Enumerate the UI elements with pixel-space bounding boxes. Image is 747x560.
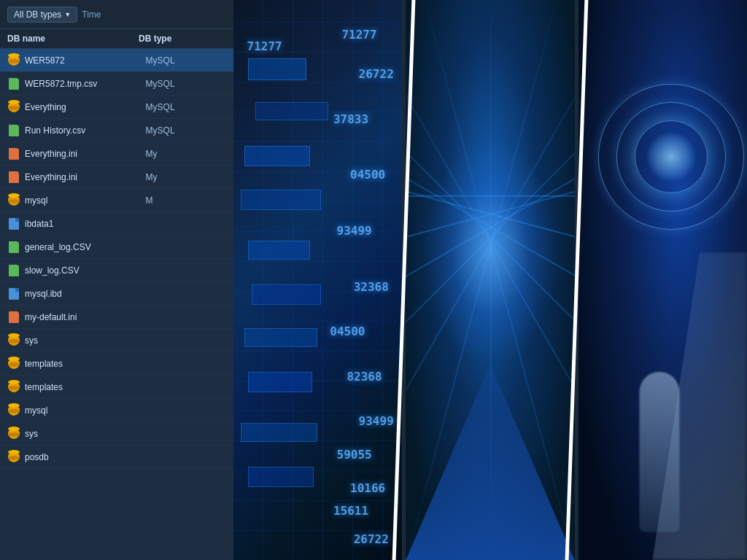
row-db-type: M <box>146 195 226 206</box>
row-db-name: general_log.CSV <box>25 242 146 252</box>
data-block-6 <box>252 284 321 305</box>
row-db-name: sys <box>25 429 146 439</box>
db-icon <box>7 54 20 67</box>
db-icon <box>7 101 20 114</box>
table-row[interactable]: slow_log.CSV <box>0 259 233 282</box>
table-row[interactable]: EverythingMySQL <box>0 96 233 119</box>
data-number: 26722 <box>354 532 389 546</box>
touch-image <box>578 0 747 560</box>
tunnel-image <box>406 0 574 560</box>
data-number: 04500 <box>350 168 385 182</box>
row-db-name: mysql.ibd <box>25 289 146 299</box>
row-db-name: WER5872.tmp.csv <box>25 79 146 89</box>
data-block-9 <box>241 423 317 442</box>
row-db-type: MySQL <box>146 102 226 112</box>
data-number: 37833 <box>333 112 368 126</box>
csv-icon <box>7 77 20 90</box>
table-row[interactable]: mysql <box>0 399 233 422</box>
toolbar: All DB types ▼ Time <box>0 0 233 29</box>
table-header: DB name DB type <box>0 29 233 49</box>
db-filter-dropdown[interactable]: All DB types ▼ <box>7 7 77 23</box>
row-db-type: MySQL <box>146 125 226 136</box>
data-number: 71277 <box>341 28 376 42</box>
file-icon <box>7 287 20 300</box>
data-block-4 <box>241 190 321 210</box>
ini-icon <box>7 311 20 324</box>
row-db-name: sys <box>25 335 146 346</box>
data-number: 59055 <box>337 448 372 462</box>
csv-icon <box>7 241 20 254</box>
data-number: 15611 <box>333 504 368 518</box>
table-row[interactable]: Everything.iniMy <box>0 166 233 189</box>
table-row[interactable]: mysql.ibd <box>0 282 233 306</box>
table-row[interactable]: general_log.CSV <box>0 236 233 259</box>
db-icon <box>7 404 20 417</box>
data-number: 71277 <box>247 39 282 53</box>
left-panel: All DB types ▼ Time DB name DB type WER5… <box>0 0 233 560</box>
right-panel: 7127726722378330450093499323680450082368… <box>233 0 747 560</box>
table-row[interactable]: templates <box>0 376 233 399</box>
table-row[interactable]: templates <box>0 352 233 376</box>
table-row[interactable]: Everything.iniMy <box>0 142 233 166</box>
row-db-name: Everything.ini <box>25 149 146 159</box>
table-row[interactable]: sys <box>0 422 233 446</box>
db-icon <box>7 381 20 394</box>
data-block-2 <box>255 102 328 120</box>
row-db-name: my-default.ini <box>25 312 146 322</box>
row-db-name: templates <box>25 382 146 392</box>
data-block-5 <box>248 241 310 260</box>
row-db-name: mysql <box>25 195 146 206</box>
row-db-type: My <box>146 172 226 182</box>
row-db-name: Everything <box>25 102 146 112</box>
time-filter-label: Time <box>82 9 101 20</box>
table-row[interactable]: ibdata1 <box>0 212 233 236</box>
csv-icon <box>7 124 20 137</box>
col-dbtype-header: DB type <box>139 34 226 44</box>
data-number: 82368 <box>347 370 382 384</box>
row-db-name: WER5872 <box>25 55 146 66</box>
data-number: 32368 <box>354 280 389 294</box>
ini-icon <box>7 171 20 184</box>
data-number: 93499 <box>337 224 372 238</box>
data-number: 93499 <box>359 414 394 428</box>
db-table-body[interactable]: WER5872MySQLWER5872.tmp.csvMySQLEverythi… <box>0 49 233 560</box>
table-row[interactable]: posdb <box>0 446 233 469</box>
row-db-name: Run History.csv <box>25 125 146 136</box>
table-row[interactable]: WER5872.tmp.csvMySQL <box>0 72 233 96</box>
col-dbname-header: DB name <box>7 34 139 44</box>
data-block-8 <box>248 372 312 392</box>
table-row[interactable]: sys <box>0 329 233 352</box>
data-block-7 <box>244 328 317 347</box>
tunnel-glow <box>422 140 557 364</box>
data-block-3 <box>244 146 310 166</box>
ini-icon <box>7 147 20 160</box>
table-row[interactable]: WER5872MySQL <box>0 49 233 72</box>
row-db-type: MySQL <box>146 79 226 89</box>
row-db-name: Everything.ini <box>25 172 146 182</box>
row-db-type: My <box>146 149 226 159</box>
data-number: 10166 <box>350 481 385 495</box>
db-icon <box>7 451 20 464</box>
table-row[interactable]: Run History.csvMySQL <box>0 119 233 142</box>
table-row[interactable]: mysqlM <box>0 189 233 212</box>
row-db-type: MySQL <box>146 55 226 66</box>
row-db-name: slow_log.CSV <box>25 265 146 276</box>
data-number: 04500 <box>330 324 365 338</box>
db-icon <box>7 334 20 347</box>
file-icon <box>7 217 20 230</box>
data-number: 26722 <box>359 67 394 81</box>
db-icon <box>7 427 20 440</box>
db-icon <box>7 357 20 370</box>
data-viz-image: 7127726722378330450093499323680450082368… <box>233 0 402 560</box>
csv-icon <box>7 264 20 277</box>
table-row[interactable]: my-default.ini <box>0 306 233 329</box>
row-db-name: ibdata1 <box>25 219 146 229</box>
row-db-name: templates <box>25 359 146 369</box>
row-db-name: mysql <box>25 405 146 416</box>
db-icon <box>7 194 20 207</box>
main-container: All DB types ▼ Time DB name DB type WER5… <box>0 0 747 560</box>
data-block-1 <box>248 58 306 80</box>
row-db-name: posdb <box>25 452 146 462</box>
data-block-10 <box>248 467 314 487</box>
fingerprint-glow <box>646 131 697 182</box>
